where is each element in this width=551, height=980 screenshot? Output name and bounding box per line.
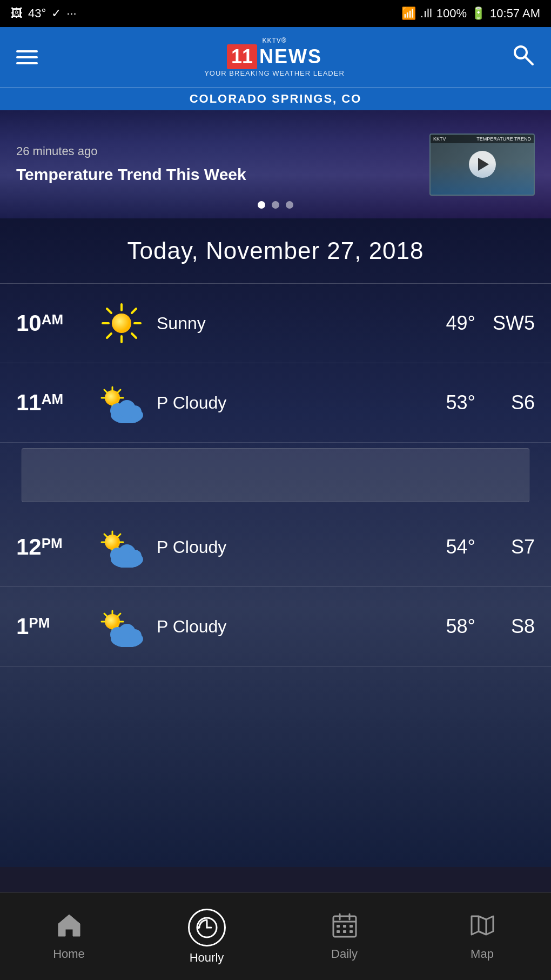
hourly-label: Hourly <box>190 951 224 965</box>
image-icon: 🖼 <box>11 6 23 21</box>
nav-map[interactable]: Map <box>413 893 551 980</box>
logo-news-text: NEWS <box>259 45 322 68</box>
svg-rect-57 <box>350 925 353 928</box>
news-time-ago: 26 minutes ago <box>16 144 429 158</box>
logo-11-badge: 11 <box>227 44 257 69</box>
svg-line-8 <box>132 309 136 313</box>
svg-marker-61 <box>472 916 493 935</box>
hourly-icon <box>188 909 226 946</box>
status-right: 📶 .ıll 100% 🔋 10:57 AM <box>401 6 540 21</box>
wind-12pm: S7 <box>486 536 535 558</box>
svg-rect-55 <box>337 925 340 928</box>
home-label: Home <box>53 947 85 961</box>
status-temp: 43° <box>28 6 46 21</box>
condition-11am: P Cloudy <box>157 393 411 413</box>
condition-10am: Sunny <box>157 314 411 334</box>
time-1pm: 1PM <box>16 614 86 639</box>
temp-11am: 53° <box>421 391 475 414</box>
temp-10am: 49° <box>421 312 475 335</box>
wifi-icon: 📶 <box>401 6 416 21</box>
kktv-label: KKTV® <box>262 37 286 44</box>
svg-line-40 <box>104 614 107 616</box>
news-banner[interactable]: 26 minutes ago Temperature Trend This We… <box>0 110 551 218</box>
svg-line-9 <box>107 334 111 338</box>
weather-row-11am: 11AM <box>0 363 551 443</box>
hourly-ring <box>188 909 226 946</box>
wind-1pm: S8 <box>486 615 535 638</box>
more-icon: ··· <box>66 6 76 21</box>
11news-logo: 11 NEWS <box>227 44 322 69</box>
wind-10am: SW5 <box>486 312 535 335</box>
weather-section: Today, November 27, 2018 10AM <box>0 218 551 867</box>
svg-line-6 <box>107 309 111 313</box>
daily-label: Daily <box>331 947 358 961</box>
weather-row-1pm: 1PM <box>0 587 551 666</box>
check-icon: ✓ <box>51 6 61 21</box>
temp-12pm: 54° <box>421 536 475 558</box>
svg-rect-58 <box>337 930 340 933</box>
partly-cloudy-icon-11am <box>97 378 146 427</box>
weather-row-12pm: 12PM <box>0 508 551 587</box>
location-text: COLORADO SPRINGS, CO <box>190 92 362 105</box>
dot-1[interactable] <box>258 201 265 209</box>
svg-line-16 <box>104 390 107 392</box>
svg-line-42 <box>118 614 120 616</box>
clock-time: 10:57 AM <box>490 6 540 21</box>
carousel-dots <box>258 201 293 209</box>
map-icon <box>469 912 496 943</box>
menu-button[interactable] <box>16 50 38 64</box>
condition-12pm: P Cloudy <box>157 537 411 557</box>
svg-line-7 <box>132 334 136 338</box>
bottom-navigation: Home Hourly <box>0 892 551 980</box>
svg-line-30 <box>118 534 120 537</box>
battery-icon: 🔋 <box>471 6 486 21</box>
svg-line-28 <box>104 534 107 537</box>
svg-line-1 <box>525 57 533 64</box>
status-bar: 🖼 43° ✓ ··· 📶 .ıll 100% 🔋 10:57 AM <box>0 0 551 27</box>
svg-rect-60 <box>350 930 353 933</box>
location-bar: COLORADO SPRINGS, CO <box>0 87 551 110</box>
map-label: Map <box>471 947 494 961</box>
nav-daily[interactable]: Daily <box>276 893 413 980</box>
home-icon <box>56 912 83 943</box>
condition-1pm: P Cloudy <box>157 617 411 637</box>
time-11am: 11AM <box>16 390 86 416</box>
news-title: Temperature Trend This Week <box>16 164 276 185</box>
partly-cloudy-icon-1pm <box>97 602 146 651</box>
date-header: Today, November 27, 2018 <box>0 218 551 284</box>
advertisement-banner <box>22 448 529 502</box>
svg-point-34 <box>129 550 142 563</box>
date-text: Today, November 27, 2018 <box>11 237 540 264</box>
svg-rect-56 <box>343 925 346 928</box>
wind-11am: S6 <box>486 391 535 414</box>
status-left: 🖼 43° ✓ ··· <box>11 6 77 21</box>
weather-row-10am: 10AM <box>0 284 551 363</box>
sun-weather-icon <box>97 299 146 348</box>
signal-icon: .ıll <box>420 6 432 21</box>
news-content: 26 minutes ago Temperature Trend This We… <box>16 144 429 185</box>
time-12pm: 12PM <box>16 534 86 560</box>
dot-2[interactable] <box>272 201 279 209</box>
app-header: KKTV® 11 NEWS YOUR BREAKING WEATHER LEAD… <box>0 27 551 87</box>
dot-3[interactable] <box>286 201 293 209</box>
thumb-overlay-text: KKTV TEMPERATURE TREND <box>431 135 534 143</box>
partly-cloudy-icon-12pm <box>97 523 146 571</box>
thumb-graph <box>431 162 534 195</box>
logo-tagline: YOUR BREAKING WEATHER LEADER <box>204 69 345 77</box>
search-button[interactable] <box>511 43 535 71</box>
temp-1pm: 58° <box>421 615 475 638</box>
app-logo: KKTV® 11 NEWS YOUR BREAKING WEATHER LEAD… <box>204 37 345 77</box>
daily-icon <box>331 912 358 943</box>
svg-rect-59 <box>343 930 346 933</box>
nav-home[interactable]: Home <box>0 893 138 980</box>
nav-hourly[interactable]: Hourly <box>138 893 276 980</box>
svg-line-18 <box>118 390 120 392</box>
svg-point-10 <box>112 314 131 333</box>
svg-point-22 <box>129 405 142 418</box>
news-thumbnail[interactable]: KKTV TEMPERATURE TREND <box>429 134 535 196</box>
battery-percent: 100% <box>436 6 467 21</box>
time-10am: 10AM <box>16 310 86 336</box>
svg-point-46 <box>129 629 142 642</box>
